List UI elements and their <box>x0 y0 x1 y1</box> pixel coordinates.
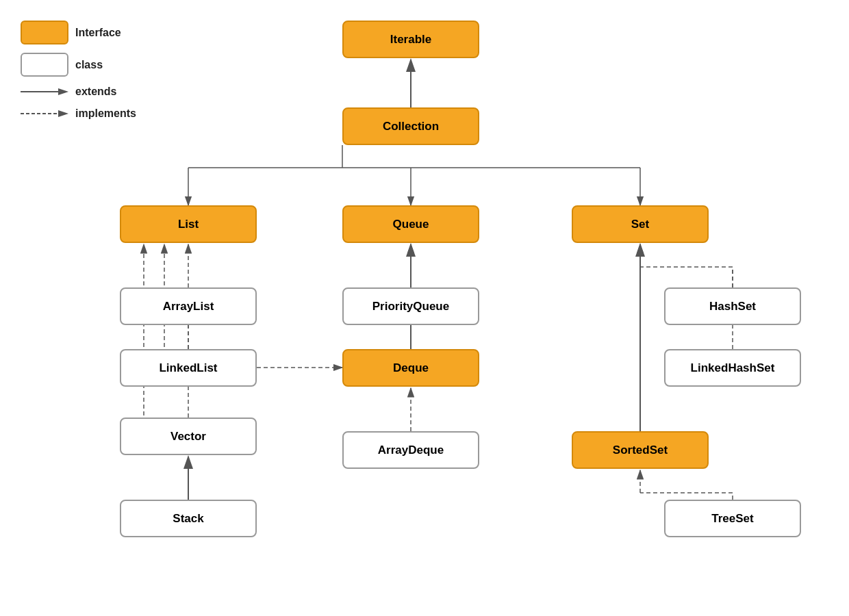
node-vector: Vector <box>120 418 257 455</box>
legend-class: class <box>21 53 136 77</box>
svg-marker-3 <box>58 110 68 117</box>
legend: Interface class extends implements <box>21 21 136 129</box>
legend-implements: implements <box>21 107 136 120</box>
legend-extends-label: extends <box>75 86 116 98</box>
legend-interface-box <box>21 21 68 44</box>
legend-extends: extends <box>21 85 136 99</box>
legend-class-label: class <box>75 59 103 71</box>
svg-marker-1 <box>58 88 68 95</box>
node-collection: Collection <box>342 107 479 145</box>
legend-implements-label: implements <box>75 107 136 120</box>
legend-interface-label: Interface <box>75 27 121 39</box>
node-treeset: TreeSet <box>664 500 801 537</box>
node-linkedlist: LinkedList <box>120 349 257 387</box>
node-stack: Stack <box>120 500 257 537</box>
node-linkedhashset: LinkedHashSet <box>664 349 801 387</box>
node-priorityqueue: PriorityQueue <box>342 287 479 325</box>
node-queue: Queue <box>342 205 479 243</box>
node-arraylist: ArrayList <box>120 287 257 325</box>
node-hashset: HashSet <box>664 287 801 325</box>
legend-class-box <box>21 53 68 77</box>
node-iterable: Iterable <box>342 21 479 58</box>
node-sortedset: SortedSet <box>572 431 709 469</box>
node-arraydeque: ArrayDeque <box>342 431 479 469</box>
diagram-container: Interface class extends implements <box>0 0 849 616</box>
legend-interface: Interface <box>21 21 136 44</box>
node-set: Set <box>572 205 709 243</box>
node-list: List <box>120 205 257 243</box>
node-deque: Deque <box>342 349 479 387</box>
